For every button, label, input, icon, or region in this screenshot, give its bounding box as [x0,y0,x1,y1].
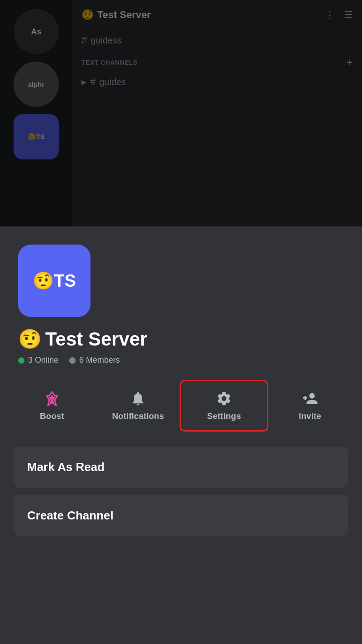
action-buttons-row: Boost Notifications Settings Invite [0,381,362,430]
mark-as-read-item[interactable]: Mark As Read [14,447,348,488]
online-members-row: 3 Online 6 Members [18,356,344,365]
online-count: 3 Online [18,356,58,365]
mark-as-read-label: Mark As Read [27,460,105,474]
boost-icon [44,390,60,407]
gear-icon [216,390,232,407]
top-section: As alphr 🤨TS 🤨 Test Server ⋮ ☰ # guidess… [0,0,362,226]
bottom-sheet: 🤨TS 🤨 Test Server 3 Online 6 Members [0,226,362,644]
create-channel-item[interactable]: Create Channel [14,495,348,536]
server-profile-header: 🤨TS 🤨 Test Server 3 Online 6 Members [0,226,362,381]
server-avatar-large: 🤨TS [18,245,90,317]
invite-icon [302,390,318,407]
offline-dot [69,357,76,364]
boost-button[interactable]: Boost [9,381,95,430]
settings-button[interactable]: Settings [181,381,267,430]
settings-label: Settings [207,411,241,421]
server-name-row: 🤨 Test Server [18,328,344,350]
invite-label: Invite [299,411,321,421]
boost-label: Boost [40,411,64,421]
notifications-label: Notifications [112,411,164,421]
top-overlay [0,0,362,226]
create-channel-label: Create Channel [27,509,114,522]
server-name-text: Test Server [45,328,148,350]
menu-section: Mark As Read Create Channel [0,447,362,536]
online-dot [18,357,24,364]
invite-button[interactable]: Invite [267,381,353,430]
bell-icon [130,390,146,407]
server-name-emoji: 🤨 [18,328,42,350]
member-count: 6 Members [69,356,120,365]
notifications-button[interactable]: Notifications [95,381,181,430]
